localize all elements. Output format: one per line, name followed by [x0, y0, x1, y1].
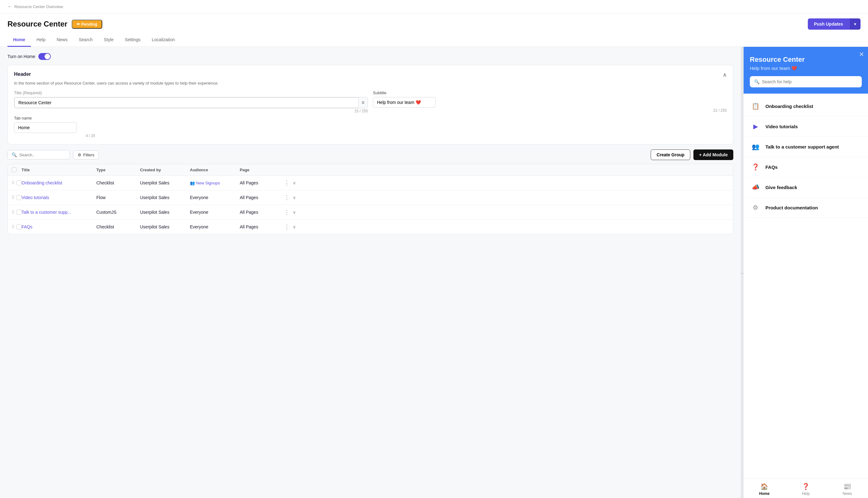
top-nav: ← Resource Center Overview: [0, 0, 868, 13]
filters-button[interactable]: ⚙ Filters: [73, 150, 99, 159]
item-label: Video tutorials: [765, 124, 798, 129]
widget-item[interactable]: ⚙ Product documentation: [744, 197, 868, 218]
item-icon-faq: ❓: [750, 161, 761, 172]
add-module-button[interactable]: + Add Module: [693, 149, 733, 160]
widget-search-icon: 🔍: [754, 79, 759, 84]
row-title-link[interactable]: Video tutorials: [22, 195, 96, 200]
widget-item[interactable]: 👥 Talk to a customer support agent: [744, 137, 868, 157]
toggle-row: Turn on Home: [8, 53, 733, 60]
search-filter-bar: 🔍 ⚙ Filters Create Group + Add Module: [8, 149, 733, 160]
status-badge[interactable]: ✏ Pending: [72, 19, 102, 29]
subtitle-label: Subtitle: [373, 91, 727, 95]
row-more-button[interactable]: ⋮: [283, 180, 291, 186]
turn-on-home-toggle[interactable]: [38, 53, 51, 60]
row-audience: Everyone: [190, 195, 240, 200]
row-type: Checklist: [96, 224, 140, 230]
right-panel: ✕ Resource Center Help from our team ❤️ …: [743, 47, 868, 498]
row-expand-button[interactable]: ∨: [293, 210, 296, 215]
push-updates-dropdown-button[interactable]: ▾: [849, 18, 860, 30]
breadcrumb: Resource Center Overview: [14, 4, 63, 9]
footer-tab-help[interactable]: ❓ Help: [785, 479, 827, 498]
widget-item[interactable]: 📋 Onboarding checklist: [744, 96, 868, 116]
row-title-link[interactable]: Talk to a customer supp...: [22, 210, 96, 215]
row-more-button[interactable]: ⋮: [283, 209, 291, 215]
tab-style[interactable]: Style: [98, 34, 119, 47]
row-type: Checklist: [96, 180, 140, 185]
widget-item[interactable]: ▶ Video tutorials: [744, 116, 868, 137]
item-label: Onboarding checklist: [765, 104, 813, 109]
toggle-circle: [44, 54, 50, 59]
row-created-by: Userpilot Sales: [140, 210, 190, 215]
footer-tab-home[interactable]: 🏠 Home: [744, 479, 785, 498]
help-footer-icon: ❓: [802, 483, 810, 490]
module-search-input[interactable]: [19, 153, 66, 157]
row-more-button[interactable]: ⋮: [283, 194, 291, 201]
row-page: All Pages: [240, 224, 277, 230]
row-actions: ⋮ ∨: [277, 180, 296, 186]
tab-home[interactable]: Home: [8, 34, 31, 47]
header-card-title: Header: [14, 71, 31, 77]
header-checkbox-cell: [12, 167, 22, 172]
news-footer-icon: 📰: [843, 483, 851, 490]
table-row: ⠿ FAQs Checklist Userpilot Sales Everyon…: [8, 220, 733, 234]
tab-localization[interactable]: Localization: [146, 34, 180, 47]
drag-handle-icon[interactable]: ⠿: [12, 224, 15, 230]
widget-title: Resource Center: [750, 55, 862, 64]
tab-name-input[interactable]: [14, 122, 77, 133]
row-expand-button[interactable]: ∨: [293, 224, 296, 230]
title-input-wrapper: ≡: [14, 97, 368, 108]
footer-tab-help-label: Help: [802, 492, 810, 496]
tab-news[interactable]: News: [51, 34, 73, 47]
toggle-label: Turn on Home: [8, 54, 35, 59]
row-more-button[interactable]: ⋮: [283, 223, 291, 230]
collapse-button[interactable]: ∧: [723, 71, 727, 78]
drag-handle-icon[interactable]: ⠿: [12, 180, 15, 185]
row-title-link[interactable]: FAQs: [22, 224, 96, 230]
row-checkbox[interactable]: [16, 224, 22, 230]
row-audience: Everyone: [190, 210, 240, 215]
item-icon-docs: ⚙: [750, 202, 761, 213]
row-title-link[interactable]: Onboarding checklist: [22, 180, 96, 185]
row-checkbox[interactable]: [16, 195, 22, 200]
tab-settings[interactable]: Settings: [119, 34, 146, 47]
row-actions: ⋮ ∨: [277, 194, 296, 201]
col-type: Type: [96, 168, 140, 172]
tab-name-char-count: 4 / 20: [14, 133, 95, 138]
widget-search-input[interactable]: [762, 79, 857, 84]
row-audience[interactable]: 👥 New Signups: [190, 181, 240, 185]
row-checkbox[interactable]: [16, 210, 22, 215]
tab-search[interactable]: Search: [73, 34, 98, 47]
row-page: All Pages: [240, 195, 277, 200]
tab-help[interactable]: Help: [31, 34, 51, 47]
action-buttons: Create Group + Add Module: [651, 149, 733, 160]
title-char-count: 15 / 255: [14, 109, 368, 113]
resize-handle[interactable]: ↔: [741, 47, 743, 498]
row-expand-button[interactable]: ∨: [293, 180, 296, 185]
widget-close-button[interactable]: ✕: [859, 51, 864, 58]
push-updates-button-group: Push Updates ▾: [808, 18, 860, 30]
row-expand-button[interactable]: ∨: [293, 195, 296, 200]
item-label: Product documentation: [765, 205, 818, 210]
title-format-button[interactable]: ≡: [358, 97, 368, 108]
back-link[interactable]: ← Resource Center Overview: [8, 4, 63, 9]
widget-footer-tabs: 🏠 Home ❓ Help 📰 News: [744, 479, 868, 498]
footer-tab-news[interactable]: 📰 News: [827, 479, 868, 498]
widget-item[interactable]: ❓ FAQs: [744, 157, 868, 177]
select-all-checkbox[interactable]: [12, 167, 16, 172]
row-checkbox[interactable]: [16, 180, 22, 185]
drag-handle-icon[interactable]: ⠿: [12, 195, 15, 200]
widget-item[interactable]: 📣 Give feedback: [744, 177, 868, 197]
filter-icon: ⚙: [78, 153, 81, 157]
row-actions: ⋮ ∨: [277, 209, 296, 215]
card-header-row: Header ∧: [14, 71, 727, 78]
row-audience: Everyone: [190, 224, 240, 230]
push-updates-button[interactable]: Push Updates: [808, 18, 849, 30]
subtitle-field-group: Subtitle 21 / 255: [373, 91, 727, 113]
subtitle-input[interactable]: [373, 97, 436, 108]
create-group-button[interactable]: Create Group: [651, 149, 690, 160]
drag-handle-icon[interactable]: ⠿: [12, 210, 15, 215]
tab-name-field-group: Tab name 4 / 20: [14, 116, 95, 138]
title-input[interactable]: [14, 97, 358, 108]
back-arrow-icon: ←: [8, 4, 12, 9]
header-card: Header ∧ In the home section of your Res…: [8, 65, 733, 144]
